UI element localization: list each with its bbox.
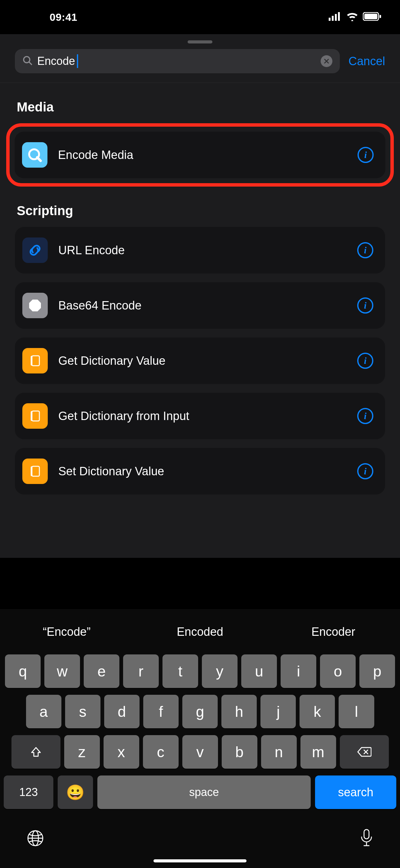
- octagon-icon: [22, 293, 48, 318]
- key-k[interactable]: k: [300, 695, 335, 728]
- action-label: Base64 Encode: [58, 299, 347, 312]
- battery-icon: [363, 12, 381, 22]
- key-t[interactable]: t: [163, 654, 198, 688]
- info-button[interactable]: i: [357, 408, 373, 424]
- home-indicator[interactable]: [154, 859, 246, 862]
- svg-rect-2: [335, 14, 337, 21]
- key-space[interactable]: space: [97, 775, 311, 809]
- key-backspace[interactable]: [340, 735, 389, 769]
- key-e[interactable]: e: [84, 654, 120, 688]
- search-input-value[interactable]: Encode: [33, 55, 79, 68]
- info-button[interactable]: i: [357, 298, 373, 314]
- action-base64-encode[interactable]: Base64 Encode i: [15, 282, 385, 329]
- svg-rect-1: [332, 16, 334, 21]
- svg-rect-12: [32, 356, 39, 366]
- keyboard-suggestions: “Encode” Encoded Encoder: [0, 615, 400, 649]
- action-set-dict-value[interactable]: Set Dictionary Value i: [15, 448, 385, 495]
- key-a[interactable]: a: [26, 695, 61, 728]
- dictionary-icon: [22, 459, 48, 484]
- cancel-button[interactable]: Cancel: [348, 55, 385, 68]
- status-icons: [329, 12, 381, 22]
- key-123[interactable]: 123: [4, 775, 53, 809]
- suggestion-1[interactable]: Encoded: [133, 625, 267, 639]
- mic-icon[interactable]: [359, 828, 374, 849]
- key-f[interactable]: f: [143, 695, 178, 728]
- key-g[interactable]: g: [182, 695, 218, 728]
- key-r[interactable]: r: [123, 654, 159, 688]
- key-search[interactable]: search: [315, 775, 396, 809]
- svg-rect-14: [32, 411, 39, 421]
- key-u[interactable]: u: [241, 654, 277, 688]
- info-button[interactable]: i: [358, 147, 374, 163]
- key-s[interactable]: s: [65, 695, 100, 728]
- section-header-scripting: Scripting: [17, 203, 385, 218]
- key-v[interactable]: v: [182, 735, 218, 769]
- svg-rect-5: [364, 14, 377, 19]
- svg-rect-20: [364, 830, 369, 839]
- action-label: Get Dictionary Value: [58, 354, 347, 368]
- key-n[interactable]: n: [261, 735, 297, 769]
- results-area: Media Encode Media i Scripting URL Encod…: [0, 83, 400, 558]
- info-button[interactable]: i: [357, 463, 373, 479]
- key-h[interactable]: h: [222, 695, 257, 728]
- key-l[interactable]: l: [339, 695, 374, 728]
- svg-rect-16: [32, 466, 39, 476]
- key-w[interactable]: w: [44, 654, 80, 688]
- key-shift[interactable]: [11, 735, 61, 769]
- svg-line-8: [29, 62, 32, 65]
- info-button[interactable]: i: [357, 242, 373, 258]
- link-icon: [22, 238, 48, 263]
- wifi-icon: [346, 12, 359, 22]
- action-label: Get Dictionary from Input: [58, 409, 347, 423]
- key-j[interactable]: j: [261, 695, 296, 728]
- keyboard[interactable]: “Encode” Encoded Encoder q w e r t y u i…: [0, 609, 400, 868]
- suggestion-0[interactable]: “Encode”: [0, 625, 133, 639]
- key-m[interactable]: m: [300, 735, 336, 769]
- globe-icon[interactable]: [26, 829, 45, 849]
- search-field[interactable]: Encode: [15, 49, 340, 73]
- svg-rect-3: [338, 12, 340, 21]
- key-c[interactable]: c: [143, 735, 178, 769]
- key-emoji[interactable]: 😀: [58, 775, 93, 809]
- svg-marker-10: [29, 300, 41, 311]
- cellular-icon: [329, 12, 342, 22]
- svg-rect-6: [379, 15, 381, 18]
- clear-search-button[interactable]: [321, 55, 332, 67]
- quicktime-icon: [22, 142, 47, 168]
- status-bar: 09:41: [0, 0, 400, 34]
- search-header: Encode Cancel: [0, 34, 400, 83]
- dictionary-icon: [22, 348, 48, 373]
- action-label: Encode Media: [58, 148, 347, 162]
- key-b[interactable]: b: [222, 735, 257, 769]
- action-get-dict-from-input[interactable]: Get Dictionary from Input i: [15, 393, 385, 439]
- suggestion-2[interactable]: Encoder: [267, 625, 400, 639]
- key-d[interactable]: d: [104, 695, 139, 728]
- action-label: URL Encode: [58, 244, 347, 257]
- key-q[interactable]: q: [5, 654, 41, 688]
- key-y[interactable]: y: [202, 654, 237, 688]
- action-label: Set Dictionary Value: [58, 465, 347, 478]
- sheet-grabber[interactable]: [188, 40, 212, 43]
- action-encode-media[interactable]: Encode Media i: [14, 132, 386, 178]
- dictionary-icon: [22, 403, 48, 429]
- highlight-ring: Encode Media i: [6, 123, 394, 187]
- key-x[interactable]: x: [104, 735, 139, 769]
- text-cursor: [77, 54, 78, 68]
- action-url-encode[interactable]: URL Encode i: [15, 227, 385, 274]
- key-i[interactable]: i: [280, 654, 316, 688]
- section-header-media: Media: [17, 100, 385, 115]
- key-z[interactable]: z: [64, 735, 100, 769]
- action-get-dict-value[interactable]: Get Dictionary Value i: [15, 337, 385, 384]
- status-time: 09:41: [49, 11, 77, 23]
- search-icon: [22, 55, 33, 67]
- info-button[interactable]: i: [357, 353, 373, 369]
- key-o[interactable]: o: [320, 654, 356, 688]
- svg-rect-0: [329, 18, 331, 21]
- key-p[interactable]: p: [359, 654, 395, 688]
